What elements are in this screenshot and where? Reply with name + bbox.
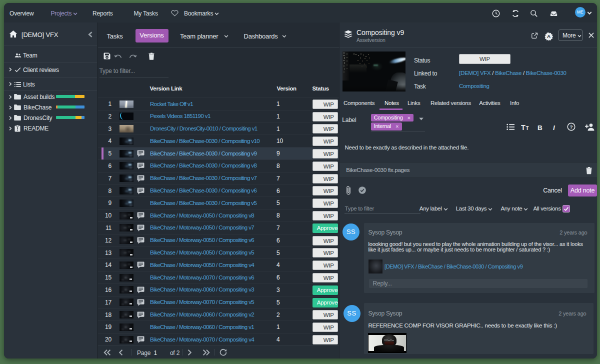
svg-text:I: I xyxy=(553,124,555,132)
svg-text:B: B xyxy=(538,124,542,132)
svg-text:T: T xyxy=(521,124,526,132)
svg-text:T: T xyxy=(526,126,529,131)
svg-text:?: ? xyxy=(570,124,573,130)
svg-text:A: A xyxy=(547,34,550,39)
